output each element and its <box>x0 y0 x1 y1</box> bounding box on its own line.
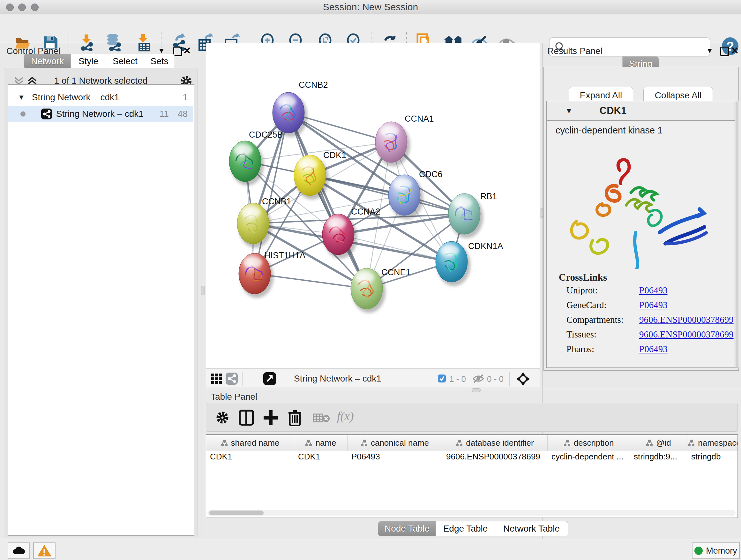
crosslink-label: Pharos: <box>566 344 639 354</box>
crosslink-value-link[interactable]: 9606.ENSP00000378699 <box>639 314 734 325</box>
network-edge <box>288 113 367 289</box>
network-node-ccne1[interactable] <box>351 268 386 313</box>
crosslink-value-link[interactable]: P06493 <box>639 344 668 354</box>
column-tree-icon <box>646 439 653 447</box>
crosslink-row: Tissues:9606.ENSP00000378699 <box>566 329 735 340</box>
column-tree-icon <box>360 439 367 447</box>
table-cell[interactable]: CDK1 <box>206 452 294 464</box>
fit-selected-crosshair-icon[interactable] <box>516 372 530 386</box>
table-panel-title: Table Panel <box>211 392 257 402</box>
network-row-label: String Network – cdk1 <box>56 109 144 119</box>
column-header-description[interactable]: description <box>548 435 630 451</box>
results-scrollbar[interactable] <box>735 101 739 368</box>
column-header-canonical-name[interactable]: canonical name <box>347 435 442 451</box>
tab-sets[interactable]: Sets <box>144 54 175 69</box>
node-label-ccne1: CCNE1 <box>381 267 411 277</box>
crosslink-row: GeneCard:P06493 <box>566 300 735 310</box>
hidden-node-edge-counts: 0 - 0 <box>487 374 503 384</box>
table-cell[interactable]: cyclin-dependent ... <box>548 452 630 464</box>
column-tree-icon <box>456 439 463 447</box>
node-label-cdk1: CDK1 <box>323 150 346 160</box>
selected-node-edge-counts: 1 - 0 <box>449 374 466 384</box>
crosslink-value-link[interactable]: 9606.ENSP00000378699 <box>639 329 734 340</box>
node-description: cyclin-dependent kinase 1 <box>556 125 735 136</box>
crosslinks-title: CrossLinks <box>559 272 735 283</box>
column-header-name[interactable]: name <box>294 435 347 451</box>
section-collapse-caret-icon[interactable]: ▼ <box>565 106 573 115</box>
network-view-toolbar: String Network – cdk1 1 - 0 0 - 0 <box>206 369 540 388</box>
table-header-row: shared namenamecanonical namedatabase id… <box>206 435 738 451</box>
crosslink-value-link[interactable]: P06493 <box>639 300 668 310</box>
column-header-shared-name[interactable]: shared name <box>206 435 294 451</box>
network-row-selected[interactable]: String Network – cdk1 11 48 <box>8 106 193 122</box>
network-canvas[interactable]: CCNB2CCNA1CDC25BCDK1CDC6RB1CCNB1CCNA2CDK… <box>206 43 540 369</box>
create-column-plus-icon[interactable] <box>263 410 278 426</box>
open-in-new-window-icon[interactable] <box>263 372 276 385</box>
network-node-ccnb1[interactable] <box>237 203 272 248</box>
network-node-cdk1[interactable] <box>294 155 329 199</box>
tree-expand-caret-icon[interactable]: ▼ <box>18 93 25 102</box>
network-view-icon[interactable] <box>225 372 238 385</box>
node-count: 11 <box>159 109 169 119</box>
crosslink-label: Tissues: <box>566 329 639 340</box>
delete-table-icon[interactable] <box>313 413 331 424</box>
birdseye-grid-icon[interactable] <box>211 373 222 384</box>
table-cell[interactable]: stringdb:9... <box>630 452 687 464</box>
tab-style[interactable]: Style <box>71 54 106 69</box>
network-node-cdkn1a[interactable] <box>435 241 470 286</box>
table-cell[interactable]: stringdb <box>687 452 738 464</box>
crosslink-label: Compartments: <box>566 314 639 325</box>
network-icon <box>41 108 52 120</box>
crosslinks-list: Uniprot:P06493GeneCard:P06493Compartment… <box>566 285 735 354</box>
network-view-title: String Network – cdk1 <box>294 374 381 384</box>
network-node-cdc6[interactable] <box>388 175 423 219</box>
title-bar: Session: New Session <box>0 0 741 14</box>
crosslink-value-link[interactable]: P06493 <box>639 285 668 296</box>
warning-icon <box>37 545 51 557</box>
table-options-gear-icon[interactable] <box>215 410 230 425</box>
node-table: shared namenamecanonical namedatabase id… <box>206 434 738 518</box>
protein-structure-image <box>554 138 727 269</box>
tab-node-table[interactable]: Node Table <box>378 521 436 537</box>
memory-label: Memory <box>706 546 737 556</box>
footer-separator <box>242 372 243 386</box>
cloud-status-button[interactable] <box>8 543 30 559</box>
tab-network[interactable]: Network <box>23 54 71 69</box>
selected-checkbox-icon[interactable] <box>437 374 446 383</box>
hidden-eye-slash-icon <box>472 374 485 384</box>
network-collection-row[interactable]: ▼ String Network – cdk1 1 <box>8 89 193 106</box>
footer-separator <box>509 372 510 386</box>
network-node-ccna2[interactable] <box>322 214 357 259</box>
memory-button[interactable]: Memory <box>692 543 740 559</box>
table-cell[interactable]: P06493 <box>347 452 442 464</box>
node-section-header[interactable]: ▼ CDK1 <box>546 101 735 121</box>
show-columns-icon[interactable] <box>239 410 254 426</box>
panel-close-icon[interactable]: × <box>731 47 738 54</box>
node-label-cdc6: CDC6 <box>419 170 443 179</box>
network-node-rb1[interactable] <box>448 193 483 238</box>
node-label-ccnb2: CCNB2 <box>299 80 328 90</box>
column-header-database-identifier[interactable]: database identifier <box>442 435 548 451</box>
panel-menu-caret-icon[interactable]: ▼ <box>706 47 713 55</box>
network-tree: ▼ String Network – cdk1 1 String Network… <box>8 84 194 536</box>
column-header--id[interactable]: @id <box>630 435 687 451</box>
table-cell[interactable]: 9606.ENSP00000378699 <box>442 452 548 464</box>
warnings-button[interactable] <box>33 543 56 559</box>
crosslink-row: Compartments:9606.ENSP00000378699 <box>566 314 735 325</box>
column-header-namespace[interactable]: namespace <box>687 435 738 451</box>
crosslink-label: Uniprot: <box>566 285 639 296</box>
table-horizontal-scrollbar[interactable] <box>207 510 736 516</box>
node-label-rb1: RB1 <box>480 192 497 201</box>
panel-float-icon[interactable] <box>720 47 729 57</box>
left-splitter-handle[interactable] <box>201 286 205 295</box>
delete-column-trash-icon[interactable] <box>288 409 302 426</box>
node-label-cdkn1a: CDKN1A <box>468 241 503 251</box>
crosslink-row: Pharos:P06493 <box>566 344 735 354</box>
tab-network-table[interactable]: Network Table <box>495 521 568 537</box>
column-tree-icon <box>221 439 228 447</box>
tab-select[interactable]: Select <box>106 54 145 69</box>
panel-close-icon[interactable]: × <box>184 47 191 54</box>
tab-edge-table[interactable]: Edge Table <box>435 521 495 537</box>
node-section-body: cyclin-dependent kinase 1 CrossLinks Uni… <box>546 121 735 368</box>
table-cell[interactable]: CDK1 <box>294 452 347 464</box>
